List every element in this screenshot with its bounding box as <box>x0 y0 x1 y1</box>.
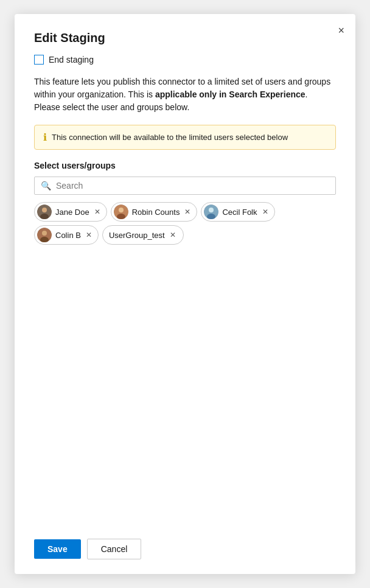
tag-name-usergroup-test: UserGroup_test <box>109 231 165 240</box>
edit-staging-modal: × Edit Staging End staging This feature … <box>15 14 355 574</box>
tag-cecil-folk: Cecil Folk ✕ <box>201 202 274 222</box>
tags-container: Jane Doe ✕ Robin Counts ✕ <box>34 202 336 245</box>
description-bold: applicable only in Search Experience <box>155 89 305 99</box>
avatar-robin-counts <box>114 205 128 219</box>
end-staging-checkbox[interactable] <box>34 55 44 65</box>
tag-robin-counts: Robin Counts ✕ <box>111 202 198 222</box>
tag-jane-doe: Jane Doe ✕ <box>34 202 107 222</box>
tag-remove-robin-counts[interactable]: ✕ <box>183 208 192 215</box>
info-banner-text: This connection will be available to the… <box>52 133 288 142</box>
tag-remove-colin-b[interactable]: ✕ <box>85 231 93 239</box>
end-staging-row: End staging <box>34 55 336 65</box>
search-icon: 🔍 <box>41 181 51 191</box>
tag-colin-b: Colin B ✕ <box>34 225 99 245</box>
tag-remove-jane-doe[interactable]: ✕ <box>93 208 102 215</box>
avatar-colin-b <box>37 228 52 242</box>
footer: Save Cancel <box>34 519 336 559</box>
tag-usergroup-test: UserGroup_test ✕ <box>102 225 184 245</box>
tag-remove-usergroup-test[interactable]: ✕ <box>169 231 177 239</box>
svg-point-10 <box>42 231 47 236</box>
avatar-jane-doe <box>37 205 52 219</box>
svg-point-4 <box>119 208 124 212</box>
save-button[interactable]: Save <box>34 539 81 559</box>
info-banner: ℹ This connection will be available to t… <box>34 125 336 150</box>
tag-remove-cecil-folk[interactable]: ✕ <box>261 208 270 215</box>
tag-name-cecil-folk: Cecil Folk <box>222 208 257 217</box>
svg-point-7 <box>209 208 214 212</box>
avatar-cecil-folk <box>204 205 218 219</box>
close-button[interactable]: × <box>335 23 347 38</box>
modal-title: Edit Staging <box>34 31 336 45</box>
end-staging-label: End staging <box>49 55 94 65</box>
svg-point-1 <box>42 208 47 212</box>
info-icon: ℹ <box>43 131 47 143</box>
description-text: This feature lets you publish this conne… <box>34 75 336 114</box>
tag-name-robin-counts: Robin Counts <box>132 208 180 217</box>
search-box[interactable]: 🔍 <box>34 177 336 195</box>
search-input[interactable] <box>56 181 329 191</box>
modal-overlay: × Edit Staging End staging This feature … <box>0 0 370 588</box>
tag-name-jane-doe: Jane Doe <box>55 208 89 217</box>
cancel-button[interactable]: Cancel <box>87 539 142 559</box>
tag-name-colin-b: Colin B <box>55 231 81 240</box>
select-section-label: Select users/groups <box>34 161 336 170</box>
